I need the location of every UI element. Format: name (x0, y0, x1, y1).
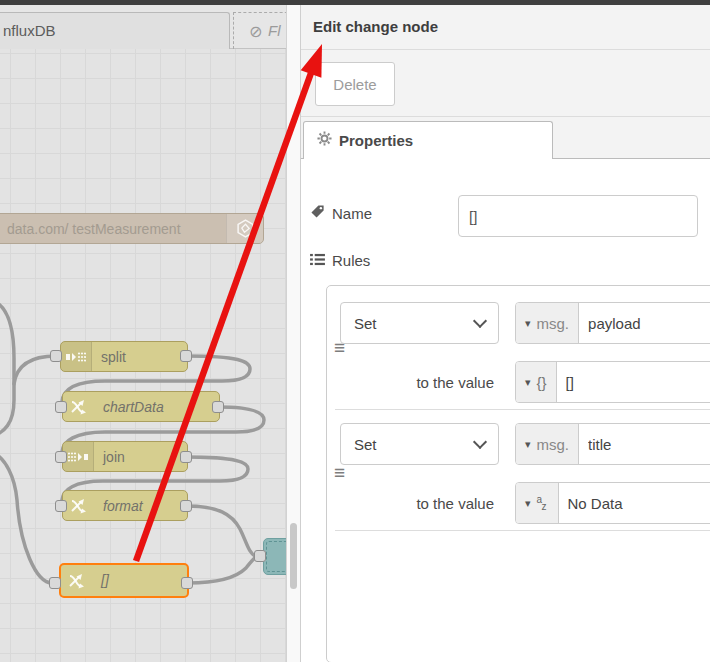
rule-action-select[interactable]: Set (340, 423, 499, 465)
change-icon (61, 565, 91, 596)
chevron-down-icon (473, 313, 487, 327)
typed-input-type-button[interactable]: ▾ msg. (516, 303, 579, 343)
port-input[interactable] (55, 451, 67, 463)
tag-icon (310, 204, 325, 222)
rule-value-input[interactable]: ▾ az (515, 482, 710, 524)
tab-properties[interactable]: Properties (303, 121, 553, 159)
rule-divider (335, 409, 710, 410)
tray-tabrow: Properties (301, 117, 710, 159)
list-icon (310, 252, 325, 269)
change-icon (63, 392, 93, 421)
tray-title: Edit change node (313, 18, 438, 35)
rule-property-input[interactable]: ▾ msg. (515, 423, 710, 465)
rules-label: Rules (310, 252, 370, 269)
editor-header-bar (0, 0, 710, 5)
rule-divider (335, 530, 710, 531)
canvas-scrollbar-thumb[interactable] (290, 523, 297, 589)
wire[interactable] (0, 452, 52, 583)
json-type-icon: {} (537, 374, 547, 391)
to-the-value-label: to the value (382, 374, 494, 391)
change-icon (63, 491, 93, 520)
node-change-empty-array[interactable]: [] (59, 563, 189, 598)
caret-icon: ▾ (525, 376, 531, 389)
node-dashboard-chart[interactable] (263, 538, 287, 575)
wire[interactable] (188, 557, 256, 583)
node-join[interactable]: join (62, 441, 188, 472)
edit-tray: Edit change node Delete Properties (300, 5, 710, 662)
caret-icon: ▾ (525, 317, 531, 330)
port-input[interactable] (254, 550, 266, 562)
caret-icon: ▾ (525, 497, 531, 510)
tray-body: Name Rules ≡ (301, 159, 710, 662)
value-input[interactable] (557, 362, 710, 402)
delete-button[interactable]: Delete (315, 62, 395, 106)
port-output[interactable] (180, 500, 192, 512)
influxdb-icon (226, 214, 263, 243)
tray-toolbar: Delete (301, 50, 710, 117)
node-influxdb-out[interactable]: data.com/ testMeasurement (0, 213, 264, 244)
port-input[interactable] (55, 401, 67, 413)
to-the-value-label: to the value (382, 495, 494, 512)
port-output[interactable] (180, 451, 192, 463)
caret-icon: ▾ (525, 438, 531, 451)
join-icon (63, 442, 94, 471)
port-input[interactable] (55, 500, 67, 512)
wire[interactable] (186, 506, 256, 557)
property-value-input[interactable] (579, 424, 710, 464)
rule-value-input[interactable]: ▾ {} (515, 361, 710, 403)
name-input[interactable] (458, 195, 698, 237)
port-input[interactable] (49, 577, 61, 589)
canvas-scrollbar[interactable] (287, 5, 300, 662)
rule-property-input[interactable]: ▾ msg. (515, 302, 710, 344)
typed-input-type-button[interactable]: ▾ {} (516, 362, 557, 402)
node-split[interactable]: split (60, 341, 188, 372)
value-input[interactable] (559, 483, 710, 523)
string-type-icon: az (537, 495, 549, 511)
property-value-input[interactable] (579, 303, 710, 343)
tray-header: Edit change node (301, 5, 710, 50)
wire[interactable] (0, 300, 14, 437)
typed-input-type-button[interactable]: ▾ msg. (516, 424, 579, 464)
split-icon (61, 342, 92, 371)
flow-canvas[interactable]: data.com/ testMeasurement (0, 0, 287, 662)
node-change-format[interactable]: format (62, 490, 188, 521)
name-label: Name (310, 204, 372, 222)
typed-input-type-button[interactable]: ▾ az (516, 483, 559, 523)
gear-icon (317, 131, 332, 150)
chevron-down-icon (473, 434, 487, 448)
port-output[interactable] (212, 401, 224, 413)
node-change-chartdata[interactable]: chartData (62, 391, 220, 422)
port-output[interactable] (180, 350, 192, 362)
rules-container: ≡ Set ▾ msg. to the value ▾ {} (326, 285, 710, 662)
port-output[interactable] (181, 577, 193, 589)
port-input[interactable] (50, 350, 62, 362)
node-red-editor: data.com/ testMeasurement (0, 0, 710, 662)
rule-action-select[interactable]: Set (340, 302, 499, 344)
drag-handle-icon[interactable]: ≡ (334, 463, 345, 482)
